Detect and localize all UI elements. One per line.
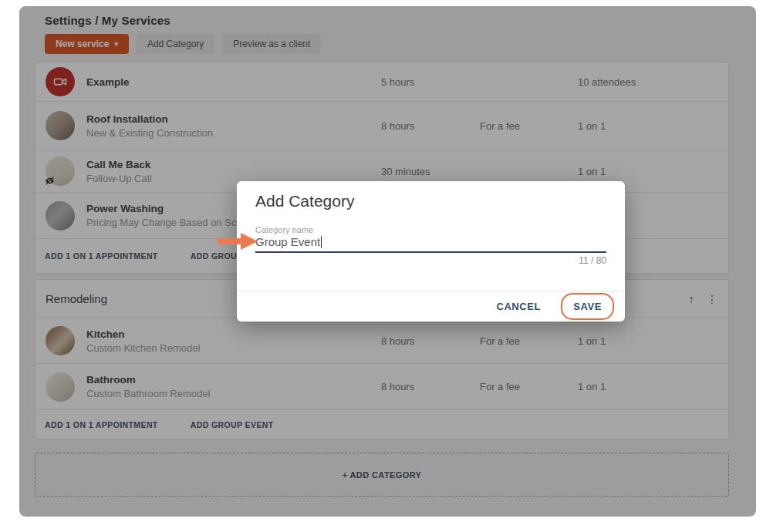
char-counter: 11 / 80: [579, 255, 606, 266]
add-category-modal: Add Category Category name Group Event 1…: [237, 181, 625, 322]
save-annotation-ring: SAVE: [561, 293, 614, 320]
category-name-input[interactable]: Group Event: [255, 235, 606, 253]
modal-title: Add Category: [255, 192, 354, 210]
category-name-label: Category name: [255, 225, 313, 234]
annotation-arrow-icon: [218, 232, 258, 251]
cancel-button[interactable]: CANCEL: [487, 295, 550, 318]
category-name-value: Group Event: [255, 235, 320, 248]
save-button[interactable]: SAVE: [564, 295, 611, 318]
text-cursor: [321, 236, 322, 248]
modal-actions: CANCEL SAVE: [487, 291, 614, 322]
